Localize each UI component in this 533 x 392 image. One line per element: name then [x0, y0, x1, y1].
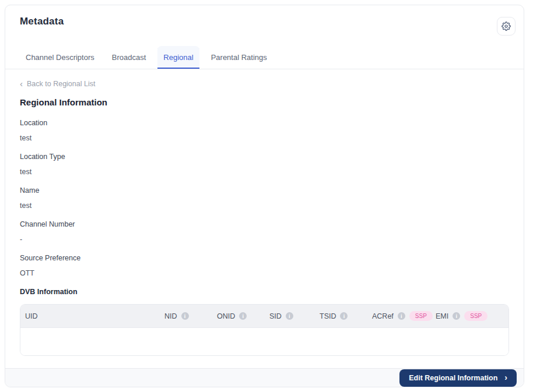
- back-link-label: Back to Regional List: [27, 80, 95, 88]
- column-header-nid: NID i: [164, 312, 217, 320]
- column-header-sid: SID i: [269, 312, 320, 320]
- column-label: TSID: [320, 312, 336, 320]
- info-icon[interactable]: i: [398, 312, 405, 320]
- column-label: EMI: [436, 312, 448, 320]
- column-header-tsid: TSID i: [320, 312, 372, 320]
- card-footer: Edit Regional Information ›: [5, 368, 524, 387]
- field-channel-number: Channel Number -: [20, 220, 509, 244]
- metadata-card: Metadata Channel Descriptors Broadcast R…: [5, 5, 524, 387]
- dvb-table-header-row: UID NID i ONID i SID i TSID i: [20, 305, 509, 328]
- settings-button[interactable]: [497, 17, 516, 36]
- field-label: Location Type: [20, 153, 509, 161]
- dvb-information-heading: DVB Information: [20, 288, 509, 296]
- dvb-information-table: UID NID i ONID i SID i TSID i: [20, 304, 509, 356]
- tab-regional[interactable]: Regional: [157, 46, 199, 69]
- tab-broadcast[interactable]: Broadcast: [106, 46, 152, 69]
- field-label: Name: [20, 186, 509, 195]
- tab-parental-ratings[interactable]: Parental Ratings: [205, 46, 273, 69]
- field-source-preference: Source Preference OTT: [20, 254, 509, 278]
- column-label: UID: [25, 312, 38, 320]
- info-icon[interactable]: i: [286, 312, 293, 320]
- column-header-emi: EMI i SSP: [436, 311, 509, 321]
- field-label: Location: [20, 119, 509, 128]
- field-value: test: [20, 134, 509, 143]
- card-header: Metadata: [5, 5, 524, 36]
- edit-button-label: Edit Regional Information: [409, 374, 497, 382]
- tab-channel-descriptors[interactable]: Channel Descriptors: [20, 46, 100, 69]
- ssp-badge: SSP: [409, 311, 433, 321]
- field-location-type: Location Type test: [20, 153, 509, 176]
- column-label: SID: [269, 312, 282, 320]
- column-label: ONID: [217, 312, 235, 320]
- dvb-table-empty-body: [20, 328, 509, 355]
- field-label: Source Preference: [20, 254, 509, 263]
- info-icon[interactable]: i: [340, 312, 348, 320]
- info-icon[interactable]: i: [453, 312, 460, 320]
- page-title: Metadata: [20, 16, 64, 27]
- column-label: ACRef: [372, 312, 394, 320]
- info-icon[interactable]: i: [181, 312, 189, 320]
- back-to-regional-list-link[interactable]: ‹ Back to Regional List: [20, 80, 95, 88]
- field-name: Name test: [20, 186, 509, 210]
- field-value: -: [20, 235, 509, 244]
- field-value: test: [20, 202, 509, 210]
- info-icon[interactable]: i: [239, 312, 247, 320]
- gear-icon: [502, 22, 511, 31]
- column-header-acref: ACRef i SSP: [372, 311, 436, 321]
- column-header-uid: UID: [25, 312, 164, 320]
- field-location: Location test: [20, 119, 509, 143]
- ssp-badge: SSP: [464, 311, 488, 321]
- section-heading: Regional Information: [20, 97, 509, 107]
- column-label: NID: [164, 312, 177, 320]
- chevron-left-icon: ‹: [20, 79, 23, 88]
- tab-bar: Channel Descriptors Broadcast Regional P…: [5, 46, 524, 69]
- column-header-onid: ONID i: [217, 312, 269, 320]
- tab-content-regional: ‹ Back to Regional List Regional Informa…: [5, 69, 524, 368]
- edit-regional-information-button[interactable]: Edit Regional Information ›: [399, 369, 517, 387]
- field-value: test: [20, 168, 509, 176]
- field-value: OTT: [20, 269, 509, 278]
- chevron-right-icon: ›: [504, 373, 507, 382]
- field-label: Channel Number: [20, 220, 509, 229]
